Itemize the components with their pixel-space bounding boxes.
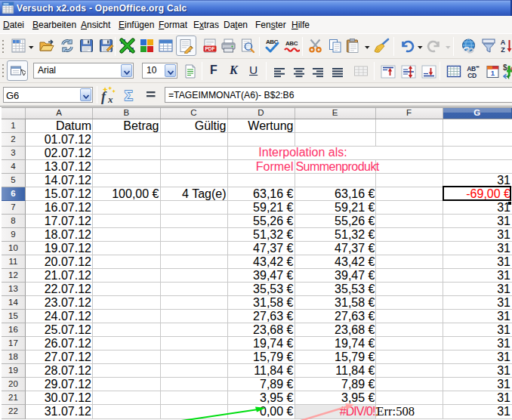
svg-text:Z: Z (501, 46, 505, 54)
svg-text:f: f (101, 89, 107, 104)
svg-text:1: 1 (491, 69, 495, 77)
svg-text:PDF: PDF (205, 46, 215, 51)
svg-text:Σ: Σ (125, 88, 133, 103)
svg-text:A: A (501, 39, 506, 46)
svg-text:x: x (107, 94, 113, 104)
svg-text:ABC: ABC (285, 40, 298, 47)
svg-text:AB: AB (467, 65, 476, 73)
svg-text:CD: CD (467, 72, 477, 79)
